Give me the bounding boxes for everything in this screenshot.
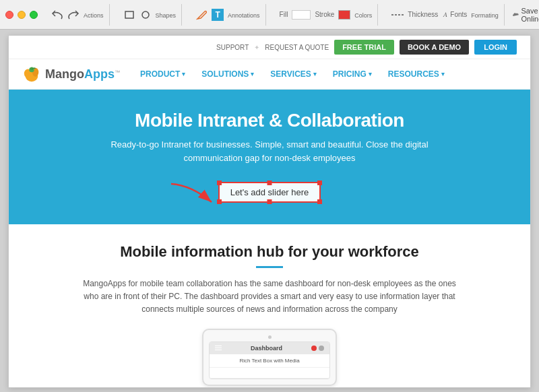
resources-chevron: ▾: [441, 71, 445, 77]
thickness-label: Thickness: [408, 11, 438, 18]
pen-tool[interactable]: [195, 9, 208, 21]
formatting-label: Formating: [471, 12, 499, 19]
hamburger-icon: [215, 346, 222, 350]
slider-annotation-box[interactable]: Let's add slider here: [218, 182, 321, 203]
fonts-label: Fonts: [450, 11, 467, 18]
nav-services[interactable]: SERVICES ▾: [270, 69, 316, 79]
pen-icon: [195, 9, 208, 21]
annotation-area: Let's add slider here: [218, 182, 321, 203]
logo-text: MangoApps™: [45, 67, 120, 81]
content-section: Mobile information hub for your workforc…: [9, 224, 530, 388]
redo-icon: [67, 9, 80, 21]
mac-toolbar: Actions Shapes T Annotations: [0, 0, 539, 30]
nav-product[interactable]: PRODUCT ▾: [140, 69, 185, 79]
circle-icon: [139, 9, 152, 21]
red-arrow-annotation: [164, 178, 225, 212]
section-title: Mobile information hub for your workforc…: [49, 243, 490, 261]
nav-pricing[interactable]: PRICING ▾: [333, 69, 372, 79]
handle-bm[interactable]: [267, 199, 272, 204]
handle-tr[interactable]: [317, 181, 322, 185]
topbar-sep1: ✦: [254, 44, 259, 51]
cloud-icon: [513, 11, 519, 19]
free-trial-button[interactable]: FREE TRIaL: [334, 40, 394, 55]
save-online-button[interactable]: Save Online: [513, 7, 539, 23]
tablet-empty-row: [210, 368, 329, 379]
solutions-chevron: ▾: [251, 71, 254, 77]
minimize-button[interactable]: [18, 11, 26, 19]
tablet-icon-red: [311, 346, 317, 351]
nav-items: PRODUCT ▾ SOLUTIONS ▾ SERVICES ▾ PRICING…: [140, 69, 445, 79]
tablet-screen: Dashboard Rich Text Box with Media: [209, 341, 330, 379]
device-mockup: Dashboard Rich Text Box with Media: [49, 329, 490, 386]
annotations-section: T Annotations: [190, 4, 266, 26]
text-icon: T: [212, 9, 224, 21]
rectangle-icon: [123, 9, 135, 21]
stroke-color-swatch[interactable]: [338, 10, 350, 20]
handle-bl[interactable]: [217, 199, 222, 204]
hero-title: Mobile Intranet & Collaboration: [36, 110, 503, 131]
login-button[interactable]: LOGIN: [474, 40, 517, 55]
tablet-header-title: Dashboard: [222, 345, 311, 352]
handle-br[interactable]: [317, 199, 322, 204]
svg-point-1: [142, 11, 149, 18]
fonts-icon: 𝐴: [443, 11, 447, 19]
save-online-label: Save Online: [521, 7, 539, 23]
text-tool[interactable]: T: [212, 9, 224, 21]
tablet-header: Dashboard: [210, 342, 329, 354]
annotations-label: Annotations: [228, 12, 260, 19]
site-nav: MangoApps™ PRODUCT ▾ SOLUTIONS ▾ SERVICE…: [9, 59, 530, 90]
tablet-icon-gray: [319, 346, 324, 351]
mango-logo-icon: [22, 65, 41, 84]
fill-label: Fill: [280, 11, 288, 18]
product-chevron: ▾: [182, 71, 185, 77]
actions-label: Actions: [84, 12, 104, 19]
shapes-section: Shapes: [118, 4, 183, 26]
formatting-section: Thickness 𝐴 Fonts Formating: [386, 4, 505, 26]
stroke-label: Stroke: [315, 11, 334, 18]
colors-label: Colors: [354, 12, 372, 19]
window-controls[interactable]: [5, 11, 38, 19]
colors-section: Fill Stroke Colors: [274, 4, 379, 26]
pricing-chevron: ▾: [369, 71, 372, 77]
undo-icon: [51, 9, 63, 21]
undo-tool[interactable]: [51, 9, 63, 21]
slider-annotation-text: Let's add slider here: [230, 187, 309, 197]
actions-section: Actions: [46, 4, 110, 26]
tablet-row: Rich Text Box with Media: [210, 354, 329, 368]
nav-resources[interactable]: RESOURCES ▾: [388, 69, 445, 79]
shapes-label: Shapes: [156, 12, 177, 19]
support-link[interactable]: SUPPORT: [216, 44, 249, 51]
handle-tl[interactable]: [217, 181, 222, 185]
tablet-top: [209, 335, 330, 339]
toolbar-right: Save Online | Save Locally | More: [513, 7, 539, 23]
request-quote-link[interactable]: REQUEST A QUOTE: [265, 44, 329, 51]
thickness-icon: [391, 11, 405, 18]
handle-tm[interactable]: [267, 181, 272, 185]
logo-tm: ™: [115, 69, 120, 75]
circle-tool[interactable]: [139, 9, 152, 21]
nav-solutions[interactable]: SOLUTIONS ▾: [201, 69, 254, 79]
close-button[interactable]: [5, 11, 13, 19]
maximize-button[interactable]: [30, 11, 38, 19]
fill-color-swatch[interactable]: [292, 10, 311, 20]
services-chevron: ▾: [313, 71, 317, 77]
hero-subtitle: Ready-to-go Intranet for businesses. Sim…: [101, 138, 438, 164]
logo[interactable]: MangoApps™: [22, 65, 120, 84]
book-demo-button[interactable]: BOOK A DEMO: [400, 40, 469, 55]
section-text: MangoApps for mobile team collaboration …: [81, 277, 458, 317]
site-topbar: SUPPORT ✦ REQUEST A QUOTE FREE TRIaL BOO…: [9, 36, 530, 59]
tablet-header-icons: [311, 346, 324, 351]
hero-section: Mobile Intranet & Collaboration Ready-to…: [9, 90, 530, 224]
tablet-frame: Dashboard Rich Text Box with Media: [202, 329, 337, 386]
browser-frame: SUPPORT ✦ REQUEST A QUOTE FREE TRIaL BOO…: [8, 35, 531, 388]
redo-tool[interactable]: [67, 9, 80, 21]
svg-rect-0: [125, 11, 133, 18]
tablet-camera: [268, 335, 272, 339]
section-underline: [256, 266, 283, 268]
rectangle-tool[interactable]: [123, 9, 135, 21]
